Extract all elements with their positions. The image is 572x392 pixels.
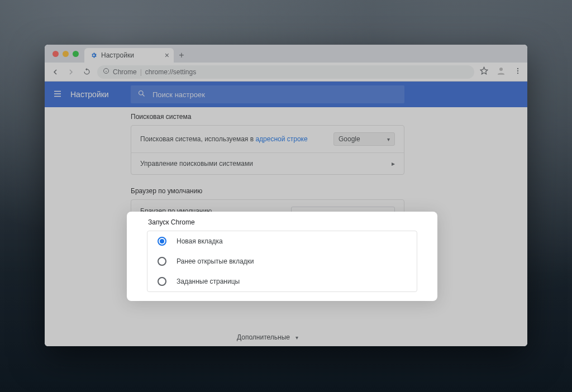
star-icon[interactable]: [480, 66, 488, 77]
menu-icon[interactable]: [514, 67, 522, 77]
new-tab-button[interactable]: +: [174, 50, 189, 63]
tab-title: Настройки: [101, 51, 134, 59]
svg-line-11: [142, 94, 144, 96]
toolbar: Chrome | chrome://settings: [45, 63, 527, 82]
forward-button[interactable]: [66, 68, 76, 77]
gear-icon: [90, 51, 98, 59]
search-engine-card: Поисковая система, используемая в адресн…: [131, 125, 404, 175]
maximize-window-button[interactable]: [73, 51, 79, 57]
address-bar-link[interactable]: адресной строке: [255, 135, 307, 143]
chevron-down-icon: ▾: [387, 136, 390, 142]
chevron-down-icon: ▾: [295, 334, 298, 341]
close-tab-icon[interactable]: ×: [165, 51, 169, 60]
manage-search-engines-row[interactable]: Управление поисковыми системами ▸: [131, 153, 404, 174]
search-engine-row: Поисковая система, используемая в адресн…: [131, 126, 404, 153]
info-icon: [103, 68, 109, 76]
startup-option-specific[interactable]: Заданные страницы: [147, 271, 417, 291]
svg-point-4: [517, 68, 518, 69]
reload-button[interactable]: [82, 68, 92, 76]
search-engine-select[interactable]: Google ▾: [333, 132, 395, 146]
window-controls: [50, 51, 84, 63]
tabstrip: Настройки × +: [45, 45, 527, 63]
svg-point-10: [139, 91, 144, 95]
advanced-toggle[interactable]: Дополнительные ▾: [131, 326, 404, 346]
startup-section-title: Запуск Chrome: [127, 217, 437, 231]
radio-icon: [158, 257, 166, 266]
browser-window: Настройки × + Chrome | chrome://settings: [45, 45, 527, 346]
settings-title: Настройки: [70, 90, 109, 99]
minimize-window-button[interactable]: [63, 51, 69, 57]
startup-section-highlight: Запуск Chrome Новая вкладка Ранее открыт…: [127, 212, 437, 301]
radio-selected-icon: [158, 237, 166, 246]
default-browser-section-title: Браузер по умолчанию: [131, 175, 404, 199]
search-placeholder: Поиск настроек: [152, 90, 205, 99]
url-scheme: Chrome: [113, 68, 137, 76]
settings-search[interactable]: Поиск настроек: [131, 85, 404, 103]
chevron-right-icon: ▸: [392, 160, 395, 168]
profile-avatar[interactable]: [496, 66, 506, 78]
svg-point-6: [517, 72, 518, 73]
browser-tab[interactable]: Настройки ×: [84, 48, 174, 63]
hamburger-icon[interactable]: [53, 89, 63, 101]
svg-point-3: [499, 68, 503, 71]
search-icon: [137, 89, 146, 99]
search-engine-section-title: Поисковая система: [131, 107, 404, 125]
svg-point-5: [517, 70, 518, 71]
url-text: chrome://settings: [145, 68, 196, 76]
startup-card: Новая вкладка Ранее открытые вкладки Зад…: [147, 231, 417, 292]
close-window-button[interactable]: [53, 51, 59, 57]
startup-option-new-tab[interactable]: Новая вкладка: [147, 231, 417, 251]
startup-option-continue[interactable]: Ранее открытые вкладки: [147, 251, 417, 271]
back-button[interactable]: [50, 68, 60, 77]
settings-header: Настройки Поиск настроек: [45, 82, 527, 107]
radio-icon: [158, 277, 166, 286]
address-bar[interactable]: Chrome | chrome://settings: [97, 65, 474, 79]
